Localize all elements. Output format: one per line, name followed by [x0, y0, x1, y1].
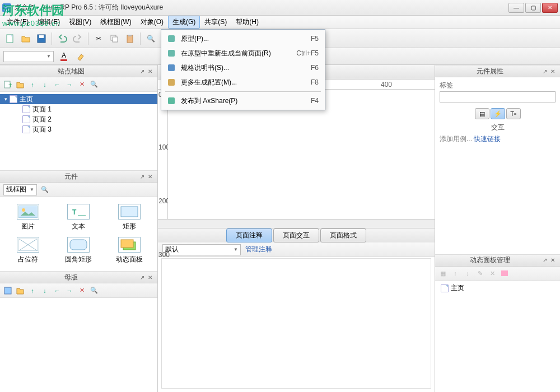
- widget-label-input[interactable]: [440, 91, 556, 102]
- new-file-icon[interactable]: [3, 32, 17, 45]
- font-color-icon[interactable]: A: [57, 50, 71, 63]
- tree-item[interactable]: 页面 1: [0, 104, 157, 114]
- masters-toolbar: ↑ ↓ ← → ✕ 🔍: [0, 283, 157, 298]
- minimize-button[interactable]: —: [508, 3, 524, 13]
- menu-item[interactable]: 原型(P)...F5: [163, 31, 323, 46]
- master-right-icon[interactable]: →: [65, 286, 74, 295]
- tree-item[interactable]: 页面 3: [0, 124, 157, 134]
- widget-item[interactable]: 图片: [3, 203, 53, 232]
- menu-item[interactable]: 发布到 AxShare(P)F4: [163, 94, 323, 108]
- panel-close-icon[interactable]: ✕: [549, 67, 557, 75]
- copy-icon[interactable]: [108, 32, 121, 45]
- save-icon[interactable]: [35, 32, 48, 45]
- master-up-icon[interactable]: ↑: [28, 286, 37, 295]
- widget-icon: [67, 237, 90, 253]
- menu-5[interactable]: 生成(G): [168, 16, 200, 29]
- prop-tab-notes[interactable]: ▤: [475, 108, 489, 119]
- page-tab[interactable]: 页面格式: [320, 228, 366, 242]
- find-icon[interactable]: 🔍: [144, 32, 157, 45]
- properties-body: 标签 ▤ ⚡ T▫ 交互 添加用例... 快速链接: [435, 77, 560, 147]
- menu-2[interactable]: 视图(V): [64, 16, 96, 29]
- panel-expand-icon[interactable]: ↗: [138, 273, 146, 281]
- svg-rect-2: [39, 35, 44, 38]
- master-down-icon[interactable]: ↓: [40, 286, 49, 295]
- add-folder-icon[interactable]: [16, 80, 25, 89]
- dyn-color-icon[interactable]: [500, 269, 509, 278]
- add-master-icon[interactable]: [3, 286, 12, 295]
- move-right-icon[interactable]: →: [65, 80, 74, 89]
- panel-expand-icon[interactable]: ↗: [138, 172, 146, 180]
- dyn-add-icon[interactable]: ▦: [438, 269, 447, 278]
- sitemap-toolbar: + ↑ ↓ ← → ✕ 🔍: [0, 77, 157, 92]
- widget-icon: [17, 204, 39, 220]
- widget-search-icon[interactable]: 🔍: [40, 185, 49, 194]
- search-icon[interactable]: 🔍: [90, 80, 99, 89]
- master-delete-icon[interactable]: ✕: [77, 286, 86, 295]
- menu-3[interactable]: 线框图(W): [96, 16, 136, 29]
- dyn-delete-icon[interactable]: ✕: [488, 269, 497, 278]
- sitemap-panel-header: 站点地图 ↗ ✕: [0, 65, 157, 77]
- menu-item[interactable]: 更多生成配置(M)...F8: [163, 75, 323, 90]
- panel-expand-icon[interactable]: ↗: [541, 256, 549, 264]
- move-up-icon[interactable]: ↑: [28, 80, 37, 89]
- manage-notes-link[interactable]: 管理注释: [245, 245, 272, 254]
- move-down-icon[interactable]: ↓: [40, 80, 49, 89]
- maximize-button[interactable]: ▢: [525, 3, 541, 13]
- panel-close-icon[interactable]: ✕: [146, 172, 154, 180]
- paste-icon[interactable]: [123, 32, 137, 45]
- master-search-icon[interactable]: 🔍: [90, 286, 99, 295]
- canvas-scrollbar-h[interactable]: [158, 219, 435, 228]
- label-field-label: 标签: [440, 81, 556, 90]
- dynamic-root[interactable]: 主页: [436, 283, 559, 293]
- prop-tab-format[interactable]: T▫: [506, 108, 521, 119]
- svg-rect-19: [121, 240, 133, 248]
- master-left-icon[interactable]: ←: [53, 286, 62, 295]
- add-page-icon[interactable]: +: [3, 80, 12, 89]
- menu-item-icon: [165, 76, 178, 88]
- panel-expand-icon[interactable]: ↗: [138, 67, 146, 75]
- tree-root[interactable]: ▾ 主页: [0, 94, 157, 104]
- menu-item[interactable]: 规格说明书(S)...F6: [163, 60, 323, 75]
- menu-6[interactable]: 共享(S): [200, 16, 231, 29]
- dyn-edit-icon[interactable]: ✎: [475, 269, 484, 278]
- widget-icon: T: [67, 204, 90, 220]
- menu-item[interactable]: 在原型中重新生成当前页面(R)Ctrl+F5: [163, 46, 323, 60]
- widget-item[interactable]: 动态面板: [105, 236, 154, 265]
- dyn-up-icon[interactable]: ↑: [451, 269, 460, 278]
- highlight-icon[interactable]: [74, 50, 87, 63]
- menu-1[interactable]: 编辑(E): [33, 16, 64, 29]
- font-family-combo[interactable]: ▼: [3, 51, 54, 62]
- quick-link[interactable]: 快速链接: [474, 135, 501, 143]
- page-tab[interactable]: 页面交互: [273, 228, 319, 242]
- notes-preset-combo[interactable]: 默认▼: [162, 244, 241, 255]
- widget-grid: 图片T文本矩形占位符圆角矩形动态面板: [0, 197, 157, 271]
- widget-item[interactable]: T文本: [54, 203, 103, 232]
- panel-close-icon[interactable]: ✕: [146, 67, 154, 75]
- dyn-down-icon[interactable]: ↓: [463, 269, 472, 278]
- menu-4[interactable]: 对象(O): [136, 16, 168, 29]
- menu-0[interactable]: 文件(F): [2, 16, 33, 29]
- open-file-icon[interactable]: [19, 32, 32, 45]
- cut-icon[interactable]: ✂: [92, 32, 105, 45]
- panel-expand-icon[interactable]: ↗: [541, 67, 549, 75]
- svg-text:+: +: [8, 81, 12, 88]
- widget-item[interactable]: 矩形: [105, 203, 154, 232]
- add-master-folder-icon[interactable]: [16, 286, 25, 295]
- page-tab[interactable]: 页面注释: [226, 228, 272, 242]
- widget-icon: [118, 237, 141, 253]
- svg-rect-17: [70, 240, 87, 250]
- widget-item[interactable]: 占位符: [3, 236, 53, 265]
- widget-library-combo[interactable]: 线框图▼: [3, 184, 37, 195]
- move-left-icon[interactable]: ←: [53, 80, 62, 89]
- undo-icon[interactable]: [55, 32, 69, 45]
- widget-item[interactable]: 圆角矩形: [54, 236, 103, 265]
- panel-close-icon[interactable]: ✕: [549, 256, 557, 264]
- close-button[interactable]: ✕: [542, 3, 558, 13]
- notes-editor[interactable]: [161, 258, 431, 389]
- redo-icon[interactable]: [71, 32, 85, 45]
- tree-item[interactable]: 页面 2: [0, 114, 157, 124]
- prop-tab-interactions[interactable]: ⚡: [491, 108, 505, 119]
- menu-7[interactable]: 帮助(H): [231, 16, 263, 29]
- delete-page-icon[interactable]: ✕: [77, 80, 86, 89]
- panel-close-icon[interactable]: ✕: [146, 273, 154, 281]
